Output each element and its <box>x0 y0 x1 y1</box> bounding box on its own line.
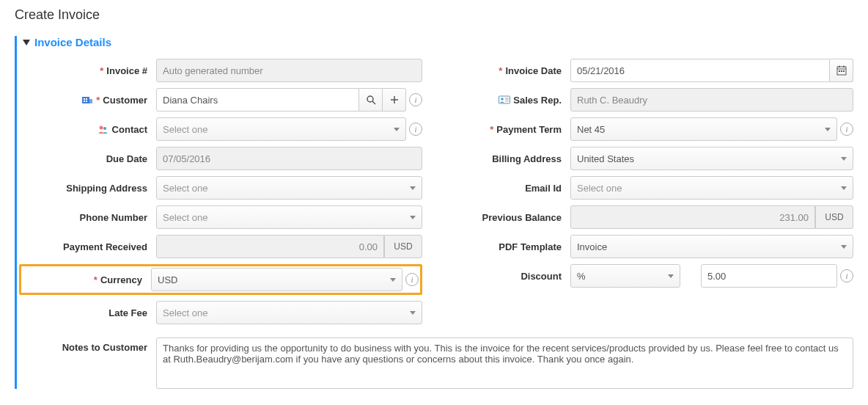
customer-search-button[interactable] <box>359 88 383 112</box>
label-contact: Contact <box>112 124 147 135</box>
label-shipping-address: Shipping Address <box>66 183 147 194</box>
plus-icon <box>390 95 399 104</box>
label-invoice-no: Invoice # <box>106 65 147 76</box>
sales-rep-field: Ruth C. Beaudry <box>570 88 853 112</box>
phone-number-select[interactable]: Select one <box>156 205 422 229</box>
caret-down-icon <box>410 311 416 315</box>
required-marker: * <box>499 65 502 76</box>
svg-line-7 <box>372 101 375 104</box>
svg-rect-4 <box>86 101 87 102</box>
caret-down-icon <box>394 128 400 131</box>
currency-select[interactable]: USD <box>151 268 402 291</box>
shipping-address-select[interactable]: Select one <box>156 176 422 200</box>
label-currency: Currency <box>100 274 142 285</box>
label-customer: Customer <box>103 95 147 106</box>
svg-rect-5 <box>89 99 92 103</box>
info-icon[interactable]: i <box>409 123 422 136</box>
discount-value-input[interactable] <box>701 264 837 288</box>
previous-balance-field: 231.00 <box>570 205 815 229</box>
label-due-date: Due Date <box>106 153 147 164</box>
calendar-icon <box>836 65 847 76</box>
caret-down-icon <box>390 278 396 282</box>
svg-rect-0 <box>82 97 89 103</box>
pdf-template-select[interactable]: Invoice <box>570 235 853 258</box>
required-marker: * <box>96 95 100 106</box>
info-icon[interactable]: i <box>840 269 853 282</box>
section-toggle[interactable]: Invoice Details <box>23 36 853 48</box>
label-sales-rep: Sales Rep. <box>513 95 562 106</box>
currency-row-highlight: *Currency USD i <box>19 264 422 295</box>
svg-rect-16 <box>839 70 840 72</box>
svg-rect-2 <box>86 98 87 100</box>
info-icon[interactable]: i <box>409 93 422 106</box>
caret-down-icon <box>410 186 416 190</box>
page-title: Create Invoice <box>15 7 853 23</box>
caret-down-icon <box>825 128 831 131</box>
notes-textarea[interactable] <box>156 338 853 389</box>
section-title: Invoice Details <box>34 36 111 48</box>
billing-address-select[interactable]: United States <box>570 147 853 170</box>
payment-received-unit: USD <box>384 235 422 258</box>
label-email-id: Email Id <box>525 183 562 194</box>
invoice-date-input[interactable] <box>570 59 830 82</box>
payment-received-field: 0.00 <box>156 235 384 258</box>
required-marker: * <box>94 274 98 285</box>
svg-rect-18 <box>843 70 845 72</box>
label-pdf-template: PDF Template <box>499 241 562 252</box>
caret-down-icon <box>841 186 847 190</box>
svg-rect-1 <box>84 98 85 100</box>
building-icon <box>81 95 93 104</box>
label-phone-number: Phone Number <box>80 212 147 223</box>
svg-rect-3 <box>84 101 85 102</box>
customer-add-button[interactable] <box>383 88 406 112</box>
info-icon[interactable]: i <box>405 273 419 286</box>
id-card-icon <box>499 95 510 104</box>
invoice-date-picker-button[interactable] <box>830 59 853 82</box>
label-payment-term: Payment Term <box>496 124 562 135</box>
chevron-down-icon <box>23 40 30 45</box>
svg-point-20 <box>501 98 504 101</box>
due-date-field: 07/05/2016 <box>156 147 422 170</box>
label-invoice-date: Invoice Date <box>505 65 562 76</box>
caret-down-icon <box>841 157 847 161</box>
people-icon <box>98 125 109 134</box>
svg-point-11 <box>103 127 106 130</box>
payment-term-select[interactable]: Net 45 <box>570 117 837 141</box>
discount-type-select[interactable]: % <box>570 264 680 288</box>
invoice-number-field: Auto generated number <box>156 59 422 82</box>
previous-balance-unit: USD <box>815 205 853 229</box>
late-fee-select[interactable]: Select one <box>156 301 422 324</box>
customer-input[interactable] <box>156 88 359 112</box>
caret-down-icon <box>668 274 674 278</box>
caret-down-icon <box>841 245 847 249</box>
caret-down-icon <box>410 216 416 219</box>
search-icon <box>366 95 376 105</box>
info-icon[interactable]: i <box>840 123 853 136</box>
label-late-fee: Late Fee <box>108 307 147 318</box>
svg-point-6 <box>367 96 373 102</box>
svg-rect-17 <box>841 70 842 72</box>
label-payment-received: Payment Received <box>63 241 147 252</box>
required-marker: * <box>100 65 103 76</box>
label-previous-balance: Previous Balance <box>482 212 562 223</box>
svg-point-10 <box>99 126 103 130</box>
label-billing-address: Billing Address <box>492 153 562 164</box>
label-notes: Notes to Customer <box>62 342 147 353</box>
email-id-select[interactable]: Select one <box>570 176 853 200</box>
required-marker: * <box>490 124 493 135</box>
label-discount: Discount <box>521 271 562 282</box>
contact-select[interactable]: Select one <box>156 117 406 141</box>
